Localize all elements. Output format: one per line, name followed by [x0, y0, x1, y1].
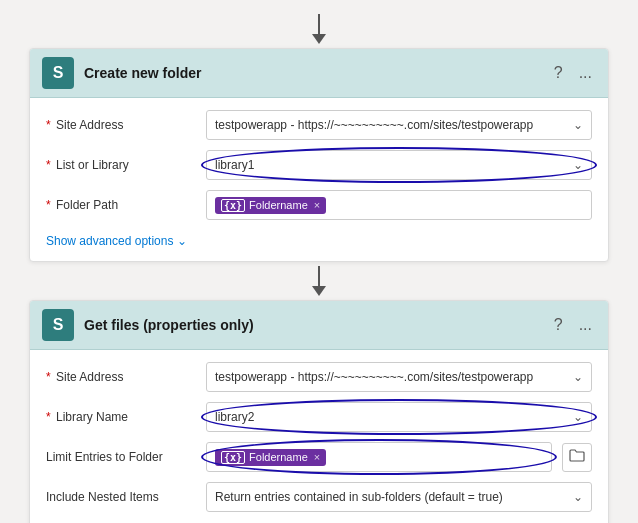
card1-foldername-token: {x} Foldername ×	[215, 197, 326, 214]
card2-site-address-chevron: ⌄	[573, 370, 583, 384]
card1-library-value: library1	[215, 158, 567, 172]
card2-nested-items-chevron: ⌄	[573, 490, 583, 504]
card2-site-address-label: * Site Address	[46, 370, 196, 384]
card1-folder-path-row: * Folder Path {x} Foldername ×	[46, 190, 592, 220]
required-star-4: *	[46, 370, 51, 384]
card2-token-label: Foldername	[249, 451, 308, 463]
token-fx-icon: {x}	[221, 199, 245, 212]
card2-help-button[interactable]: ?	[550, 314, 567, 336]
card1-more-button[interactable]: ...	[575, 62, 596, 84]
card2-site-address-row: * Site Address testpowerapp - https://~~…	[46, 362, 592, 392]
card1-site-address-dropdown[interactable]: testpowerapp - https://~~~~~~~~~~.com/si…	[206, 110, 592, 140]
card2-token-close[interactable]: ×	[314, 451, 320, 463]
card1-site-address-row: * Site Address testpowerapp - https://~~…	[46, 110, 592, 140]
folder-icon	[569, 448, 585, 464]
card1-title: Create new folder	[84, 65, 540, 81]
card2-library-chevron: ⌄	[573, 410, 583, 424]
card2-body: * Site Address testpowerapp - https://~~…	[30, 350, 608, 523]
card1-site-address-value: testpowerapp - https://~~~~~~~~~~.com/si…	[215, 118, 567, 132]
card2-nested-items-row: Include Nested Items Return entries cont…	[46, 482, 592, 512]
card2-site-address-dropdown[interactable]: testpowerapp - https://~~~~~~~~~~.com/si…	[206, 362, 592, 392]
card1-site-address-chevron: ⌄	[573, 118, 583, 132]
card2-more-button[interactable]: ...	[575, 314, 596, 336]
card2-limit-entries-input[interactable]: {x} Foldername ×	[206, 442, 552, 472]
top-arrow	[312, 14, 326, 44]
card1-site-address-label: * Site Address	[46, 118, 196, 132]
card1-show-advanced-label: Show advanced options	[46, 234, 173, 248]
card1-folder-path-input[interactable]: {x} Foldername ×	[206, 190, 592, 220]
card1-token-label: Foldername	[249, 199, 308, 211]
card1-icon: S	[42, 57, 74, 89]
card2-nested-items-label: Include Nested Items	[46, 490, 196, 504]
card2-limit-entries-row: Limit Entries to Folder {x} Foldername ×	[46, 442, 592, 472]
card2-library-label: * Library Name	[46, 410, 196, 424]
card2-foldername-token: {x} Foldername ×	[215, 449, 326, 466]
card1-library-row: * List or Library library1 ⌄	[46, 150, 592, 180]
card1-body: * Site Address testpowerapp - https://~~…	[30, 98, 608, 261]
card1-library-dropdown[interactable]: library1 ⌄	[206, 150, 592, 180]
card1-library-label: * List or Library	[46, 158, 196, 172]
card1-show-advanced-button[interactable]: Show advanced options ⌄	[46, 234, 187, 248]
card2-library-value: library2	[215, 410, 567, 424]
card1-show-advanced-chevron: ⌄	[177, 234, 187, 248]
token-fx-icon-2: {x}	[221, 451, 245, 464]
card1-token-close[interactable]: ×	[314, 199, 320, 211]
required-star-3: *	[46, 198, 51, 212]
card1-header: S Create new folder ? ...	[30, 49, 608, 98]
card2-nested-items-value: Return entries contained in sub-folders …	[215, 490, 567, 504]
card2-limit-entries-label: Limit Entries to Folder	[46, 450, 196, 464]
card2-site-address-value: testpowerapp - https://~~~~~~~~~~.com/si…	[215, 370, 567, 384]
card2-actions: ? ...	[550, 314, 596, 336]
card2-library-dropdown[interactable]: library2 ⌄	[206, 402, 592, 432]
required-star-2: *	[46, 158, 51, 172]
middle-arrow	[312, 266, 326, 296]
required-star-5: *	[46, 410, 51, 424]
card2-nested-items-dropdown[interactable]: Return entries contained in sub-folders …	[206, 482, 592, 512]
required-star: *	[46, 118, 51, 132]
create-folder-card: S Create new folder ? ... * Site Address…	[29, 48, 609, 262]
card2-icon: S	[42, 309, 74, 341]
card2-library-row: * Library Name library2 ⌄	[46, 402, 592, 432]
card2-header: S Get files (properties only) ? ...	[30, 301, 608, 350]
card1-folder-path-label: * Folder Path	[46, 198, 196, 212]
card1-library-chevron: ⌄	[573, 158, 583, 172]
card1-actions: ? ...	[550, 62, 596, 84]
card1-help-button[interactable]: ?	[550, 62, 567, 84]
get-files-card: S Get files (properties only) ? ... * Si…	[29, 300, 609, 523]
card2-folder-browse-button[interactable]	[562, 443, 592, 472]
card2-title: Get files (properties only)	[84, 317, 540, 333]
